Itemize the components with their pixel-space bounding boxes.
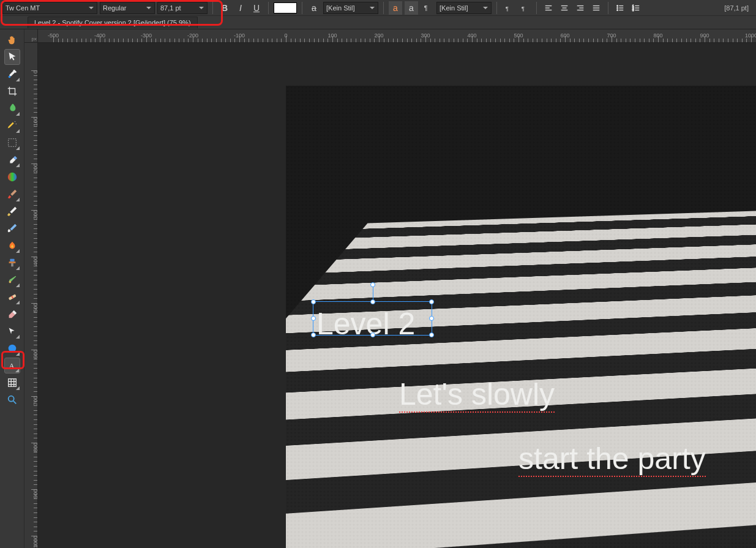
ruler-h-tick-label: 700	[607, 32, 616, 39]
separator	[212, 2, 213, 14]
leading-readout: [87,1 pt]	[724, 4, 754, 12]
svg-line-37	[13, 401, 16, 404]
color-picker-tool[interactable]	[4, 66, 20, 82]
svg-point-27	[8, 76, 10, 78]
font-size-select[interactable]: 87,1 pt	[157, 2, 208, 14]
ruler-vertical[interactable]: 01002003004005006007008009001000	[24, 43, 38, 548]
document-tab[interactable]: Level 2 - Spotify Cover version 2 [Geänd…	[28, 17, 198, 28]
blur-tool[interactable]	[4, 220, 20, 236]
font-style-select[interactable]: Regular	[100, 2, 155, 14]
font-family-select[interactable]: Tw Cen MT	[2, 2, 97, 14]
svg-text:¶: ¶	[522, 4, 525, 11]
svg-rect-31	[9, 261, 15, 263]
align-left-button[interactable]	[542, 1, 555, 15]
ruler-h-tick-label: 400	[467, 32, 476, 39]
italic-button[interactable]: I	[234, 1, 247, 15]
ltr-button[interactable]: ¶	[502, 1, 515, 15]
numbered-list-button[interactable]: 123	[629, 1, 643, 15]
artboard[interactable]: Level 2 Let's slowly start the party	[286, 86, 756, 548]
selection-marquee-tool[interactable]	[4, 135, 20, 151]
ruler-horizontal[interactable]: -500-400-300-200-10001002003004005006007…	[38, 29, 756, 43]
character-style-value: [Kein Stil]	[326, 4, 354, 12]
ruler-h-tick-label: 0	[284, 32, 287, 39]
separator	[383, 2, 384, 14]
align-right-button[interactable]	[574, 1, 587, 15]
ruler-h-tick-label: 600	[560, 32, 569, 39]
paragraph-style-value: [Kein Stil]	[440, 4, 468, 12]
ruler-corner: px	[24, 29, 38, 43]
svg-point-19	[617, 9, 618, 10]
svg-text:¶: ¶	[506, 4, 509, 11]
artwork-text-1[interactable]: Level 2	[316, 306, 415, 342]
grid-tool[interactable]	[4, 375, 20, 391]
underline-label: U	[253, 3, 260, 13]
ruler-h-tick-label: -300	[141, 32, 152, 39]
healing-tool[interactable]	[4, 289, 20, 305]
tool-palette: A	[0, 29, 24, 548]
bullet-list-button[interactable]	[613, 1, 627, 15]
ruler-h-tick-label: 900	[700, 32, 709, 39]
canvas-viewport[interactable]: Level 2 Let's slowly start the party	[38, 43, 756, 548]
artwork-text-3[interactable]: start the party	[518, 441, 706, 476]
paragraph-style-select[interactable]: [Kein Stil]	[436, 2, 492, 14]
gradient-tool[interactable]	[4, 169, 20, 185]
editor-work-area: px -500-400-300-200-10001002003004005006…	[24, 29, 756, 548]
eraser-tool[interactable]	[4, 152, 20, 168]
text-tool[interactable]: A	[4, 358, 20, 373]
separator	[496, 2, 497, 14]
ruler-h-tick-label: 200	[374, 32, 383, 39]
brush-tool[interactable]	[4, 100, 20, 116]
align-center-button[interactable]	[558, 1, 571, 15]
align-justify-button[interactable]	[589, 1, 603, 15]
effects-tool[interactable]	[4, 118, 20, 133]
caps-label: a	[409, 3, 414, 13]
svg-point-15	[617, 5, 618, 6]
font-size-value: 87,1 pt	[160, 4, 181, 12]
smudge-tool[interactable]	[4, 203, 20, 219]
ruler-h-tick-label: 800	[653, 32, 662, 39]
italic-label: I	[239, 3, 242, 13]
ruler-unit-label: px	[32, 36, 37, 42]
svg-point-32	[9, 281, 11, 283]
document-tab-strip: Level 2 - Spotify Cover version 2 [Geänd…	[0, 16, 756, 29]
ruler-h-tick-label: 100	[327, 32, 337, 39]
no-break-button[interactable]: a	[389, 1, 402, 15]
caps-button[interactable]: a	[405, 1, 418, 15]
svg-point-29	[7, 173, 16, 181]
zoom-tool[interactable]	[4, 392, 20, 408]
move-tool[interactable]	[4, 49, 20, 65]
erase-white-tool[interactable]	[4, 306, 20, 322]
text-color-swatch[interactable]	[274, 2, 297, 13]
bold-button[interactable]: B	[218, 1, 231, 15]
bold-label: B	[222, 3, 228, 13]
pan-hand-tool[interactable]	[4, 32, 20, 48]
underline-button[interactable]: U	[250, 1, 263, 15]
no-break-label: a	[393, 3, 398, 13]
context-toolbar: Tw Cen MT Regular 87,1 pt B I U a [Kein …	[0, 0, 756, 16]
separator	[268, 2, 269, 14]
burn-tool[interactable]	[4, 238, 20, 253]
rtl-button[interactable]: ¶	[518, 1, 531, 15]
svg-text:A: A	[9, 362, 14, 370]
ruler-h-tick-label: 300	[421, 32, 430, 39]
ruler-h-tick-label: -200	[187, 32, 198, 39]
crop-tool[interactable]	[4, 83, 20, 99]
ruler-h-tick-label: -500	[48, 32, 59, 39]
artwork-text-3-value: start the party	[518, 441, 706, 477]
artwork-text-2[interactable]: Let's slowly	[399, 377, 555, 412]
paint-brush-tool[interactable]	[4, 186, 20, 202]
clone-stamp-tool[interactable]	[4, 255, 20, 271]
shape-tool[interactable]	[4, 340, 20, 356]
svg-point-34	[8, 345, 16, 353]
artwork-text-2-value: Let's slowly	[399, 377, 555, 413]
font-style-value: Regular	[103, 4, 127, 12]
svg-rect-30	[10, 259, 14, 262]
pen-tool[interactable]	[4, 323, 20, 339]
strikethrough-button[interactable]: a	[307, 1, 321, 15]
svg-point-36	[8, 396, 13, 402]
svg-point-17	[617, 7, 618, 9]
retouch-tool[interactable]	[4, 272, 20, 288]
paragraph-leading-button[interactable]: ¶	[421, 1, 434, 15]
character-style-select[interactable]: [Kein Stil]	[323, 2, 378, 14]
svg-text:3: 3	[632, 9, 634, 12]
